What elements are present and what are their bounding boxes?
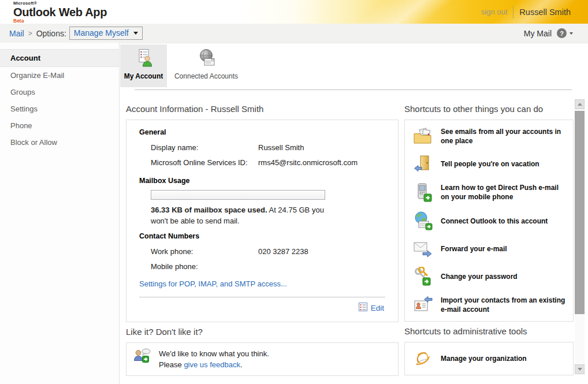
feedback-panel: We'd like to know what you think. Please… bbox=[126, 342, 399, 376]
tab-label: My Account bbox=[124, 72, 163, 80]
services-id-value: rms45@rsitc.onmicrosoft.com bbox=[258, 158, 358, 167]
app-logo: Microsoft® Outlook Web App Beta bbox=[13, 1, 107, 23]
connected-accounts-icon bbox=[196, 49, 217, 69]
edit-button[interactable]: Edit bbox=[371, 304, 384, 312]
mailbox-usage-text: 36.33 KB of mailbox space used. At 24.75… bbox=[151, 204, 341, 226]
header-divider bbox=[513, 6, 513, 18]
mailbox-usage-heading: Mailbox Usage bbox=[139, 177, 385, 185]
tab-connected-accounts[interactable]: Connected Accounts bbox=[170, 44, 242, 80]
app-title: Outlook Web App bbox=[13, 6, 107, 18]
scroll-up-arrow-icon bbox=[578, 103, 582, 106]
breadcrumb-bar: Mail > Options: Manage Myself My Mail ? bbox=[0, 24, 588, 43]
shortcuts-heading: Shortcuts to other things you can do bbox=[404, 104, 574, 114]
breadcrumb-options-label: Options: bbox=[36, 29, 66, 38]
sidebar-item-phone[interactable]: Phone bbox=[0, 117, 119, 134]
mobile-phone-icon bbox=[412, 182, 434, 202]
display-name-label: Display name: bbox=[151, 143, 258, 152]
vertical-scrollbar bbox=[575, 99, 585, 374]
microsoft-wordmark: Microsoft® bbox=[13, 1, 107, 6]
edit-row: Edit bbox=[139, 297, 385, 318]
breadcrumb-mail-link[interactable]: Mail bbox=[9, 29, 24, 38]
sidebar-item-organize-email[interactable]: Organize E-Mail bbox=[0, 67, 119, 84]
keys-icon bbox=[412, 267, 434, 286]
help-icon: ? bbox=[557, 28, 567, 38]
work-phone-label: Work phone: bbox=[151, 247, 258, 256]
shortcut-forward-email[interactable]: Forward your e-mail bbox=[412, 236, 566, 262]
user-name: Russell Smith bbox=[519, 8, 571, 17]
shortcut-vacation[interactable]: Tell people you're on vacation bbox=[412, 150, 566, 178]
admin-shortcuts-heading: Shortcuts to administrative tools bbox=[404, 326, 574, 336]
shortcuts-column: Shortcuts to other things you can do See… bbox=[404, 99, 574, 375]
breadcrumb: Mail > Options: Manage Myself bbox=[9, 24, 143, 43]
breadcrumb-right: My Mail ? bbox=[524, 24, 573, 43]
my-mail-link[interactable]: My Mail bbox=[524, 29, 552, 38]
sidebar-item-groups[interactable]: Groups bbox=[0, 84, 119, 100]
account-info-column: Account Information - Russell Smith Gene… bbox=[126, 99, 399, 376]
give-feedback-link[interactable]: give us feedback bbox=[184, 360, 240, 369]
app-header: Microsoft® Outlook Web App Beta sign out… bbox=[0, 0, 588, 24]
sidebar-item-settings[interactable]: Settings bbox=[0, 100, 119, 117]
shortcut-connect-outlook[interactable]: Connect Outlook to this account bbox=[412, 207, 566, 236]
mobile-phone-label: Mobile phone: bbox=[151, 262, 258, 271]
globe-mail-icon bbox=[412, 211, 434, 231]
shortcuts-panel: See emails from all your accounts in one… bbox=[404, 120, 574, 322]
account-info-heading: Account Information - Russell Smith bbox=[126, 104, 399, 114]
tabs-underline bbox=[135, 90, 572, 90]
pop-imap-smtp-settings-link[interactable]: Settings for POP, IMAP, and SMTP access.… bbox=[139, 279, 287, 288]
vacation-door-icon bbox=[412, 155, 434, 173]
forward-mail-icon bbox=[412, 240, 434, 258]
work-phone-row: Work phone: 020 3287 2238 bbox=[151, 244, 385, 259]
admin-shortcuts-panel: Manage your organization bbox=[404, 342, 574, 375]
work-phone-value: 020 3287 2238 bbox=[258, 247, 308, 256]
feedback-text: We'd like to know what you think. Please… bbox=[159, 348, 269, 370]
sign-out-link[interactable]: sign out bbox=[481, 8, 508, 16]
edit-icon bbox=[359, 303, 367, 314]
services-id-row: Microsoft Online Services ID: rms45@rsit… bbox=[151, 155, 385, 170]
account-info-panel: General Display name: Russell Smith Micr… bbox=[126, 120, 399, 322]
scrollbar-thumb[interactable] bbox=[575, 111, 585, 314]
exchange-swirl-icon bbox=[412, 349, 434, 368]
breadcrumb-separator: > bbox=[28, 29, 32, 38]
sidebar-item-block-or-allow[interactable]: Block or Allow bbox=[0, 134, 119, 151]
feedback-line2: Please give us feedback. bbox=[159, 359, 269, 370]
help-button[interactable]: ? bbox=[557, 28, 573, 38]
options-sidebar: Account Organize E-Mail Groups Settings … bbox=[0, 43, 120, 384]
display-name-value: Russell Smith bbox=[258, 143, 304, 152]
my-account-icon bbox=[135, 49, 152, 69]
account-tabs: My Account Connected Accounts bbox=[120, 44, 242, 87]
feedback-line1: We'd like to know what you think. bbox=[159, 348, 269, 359]
manage-myself-dropdown[interactable]: Manage Myself bbox=[69, 27, 143, 40]
shortcut-change-password[interactable]: Change your password bbox=[412, 262, 566, 291]
display-name-row: Display name: Russell Smith bbox=[151, 140, 385, 155]
mailbox-usage-bar bbox=[151, 190, 325, 200]
scroll-down-arrow-icon bbox=[578, 368, 582, 371]
chevron-down-icon bbox=[133, 32, 138, 35]
feedback-icon bbox=[133, 348, 152, 368]
scroll-down-button[interactable] bbox=[575, 364, 585, 374]
mobile-phone-row: Mobile phone: bbox=[151, 259, 385, 274]
shortcut-direct-push[interactable]: Learn how to get Direct Push e-mail on y… bbox=[412, 178, 566, 207]
scroll-up-button[interactable] bbox=[575, 99, 585, 109]
manage-myself-value: Manage Myself bbox=[74, 28, 129, 38]
shortcut-see-all-emails[interactable]: See emails from all your accounts in one… bbox=[412, 122, 566, 150]
import-contacts-icon bbox=[412, 296, 434, 314]
beta-badge: Beta bbox=[13, 18, 107, 24]
services-id-label: Microsoft Online Services ID: bbox=[151, 158, 258, 167]
shortcut-import-contacts[interactable]: Import your contacts from an existing e-… bbox=[412, 291, 566, 319]
tab-label: Connected Accounts bbox=[174, 72, 238, 80]
shortcut-manage-organization[interactable]: Manage your organization bbox=[412, 345, 566, 372]
general-heading: General bbox=[139, 128, 385, 136]
tab-my-account[interactable]: My Account bbox=[120, 44, 167, 87]
header-user-area: sign out Russell Smith bbox=[481, 0, 571, 24]
sidebar-item-account[interactable]: Account bbox=[0, 49, 119, 67]
contact-numbers-heading: Contact Numbers bbox=[139, 232, 385, 240]
chevron-down-icon bbox=[570, 32, 573, 35]
folder-mail-icon bbox=[412, 127, 434, 146]
feedback-heading: Like it? Don't like it? bbox=[126, 327, 399, 337]
